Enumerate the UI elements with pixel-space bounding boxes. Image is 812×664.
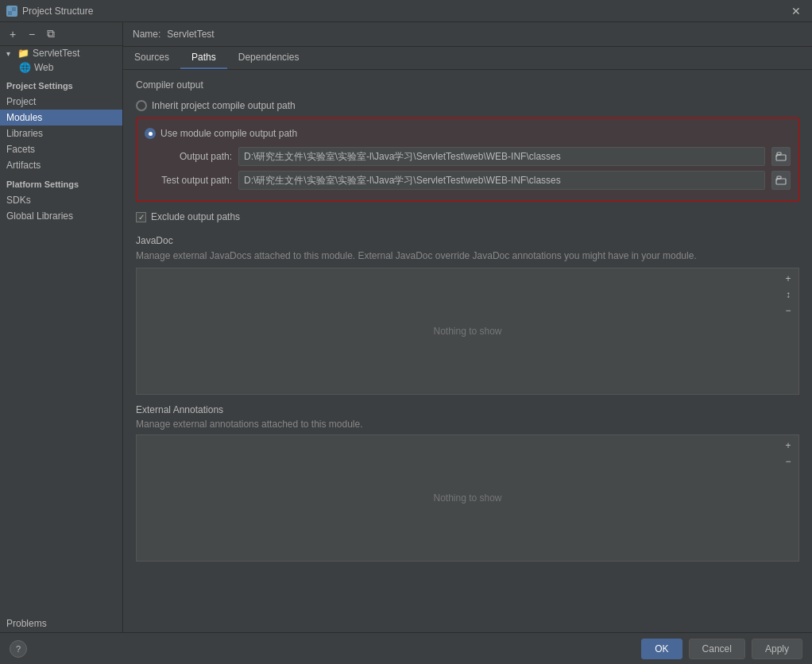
use-module-radio-row[interactable]: Use module compile output path — [145, 125, 791, 142]
compiler-output-title: Compiler output — [136, 79, 799, 91]
sidebar-item-problems[interactable]: Problems — [0, 615, 122, 632]
javadoc-description: Manage external JavaDocs attached to thi… — [136, 249, 799, 263]
javadoc-add-btn[interactable]: + — [781, 272, 795, 286]
svg-rect-5 — [777, 152, 781, 155]
apply-button[interactable]: Apply — [752, 639, 802, 659]
content-area: Name: ServletTest Sources Paths Dependen… — [123, 22, 812, 632]
javadoc-title: JavaDoc — [136, 235, 799, 246]
javadoc-nothing-label: Nothing to show — [433, 326, 501, 337]
exclude-checkbox-row[interactable]: ✓ Exclude output paths — [136, 208, 799, 226]
use-module-box: Use module compile output path Output pa… — [136, 118, 799, 202]
platform-settings-label: Platform Settings — [0, 173, 122, 192]
copy-button[interactable]: ⧉ — [43, 26, 59, 42]
svg-rect-4 — [776, 155, 786, 160]
ext-ann-description: Manage external annotations attached to … — [136, 419, 799, 430]
ext-ann-nothing-label: Nothing to show — [433, 492, 501, 504]
ext-ann-side-buttons: + − — [781, 438, 795, 469]
module-icon: 📁 — [17, 48, 29, 59]
sidebar-facets-label: Facets — [6, 144, 35, 155]
tab-dependencies[interactable]: Dependencies — [227, 47, 311, 69]
tabs-row: Sources Paths Dependencies — [123, 47, 812, 70]
ext-ann-panel: Nothing to show + − — [136, 434, 799, 562]
ext-ann-title: External Annotations — [136, 404, 799, 415]
sidebar-project-label: Project — [6, 96, 36, 107]
ext-ann-remove-btn[interactable]: − — [781, 454, 795, 469]
sidebar-modules-label: Modules — [6, 112, 42, 123]
svg-rect-6 — [776, 179, 786, 184]
output-path-browse[interactable] — [771, 147, 791, 166]
sidebar-item-artifacts[interactable]: Artifacts — [0, 157, 122, 173]
sidebar-item-global-libraries[interactable]: Global Libraries — [0, 208, 122, 224]
inherit-radio-label: Inherit project compile output path — [152, 100, 296, 111]
svg-rect-2 — [8, 11, 12, 15]
problems-label: Problems — [6, 618, 47, 629]
name-field-value: ServletTest — [167, 29, 214, 40]
sidebar-libraries-label: Libraries — [6, 128, 43, 139]
test-output-path-input[interactable] — [238, 171, 765, 190]
output-path-input[interactable] — [238, 147, 765, 166]
svg-rect-0 — [8, 7, 12, 11]
exclude-checkbox[interactable]: ✓ — [136, 212, 146, 222]
tree-root-item[interactable]: ▾ 📁 ServletTest — [0, 46, 122, 60]
javadoc-remove-btn[interactable]: − — [781, 303, 795, 318]
name-field-label: Name: — [133, 29, 160, 40]
tree-root-label: ServletTest — [33, 48, 79, 59]
sidebar-item-modules[interactable]: Modules — [0, 110, 122, 125]
sidebar-sdks-label: SDKs — [6, 195, 31, 206]
test-output-path-label: Test output path: — [145, 175, 232, 186]
sidebar-item-facets[interactable]: Facets — [0, 141, 122, 157]
remove-button[interactable]: − — [24, 26, 40, 42]
window-title: Project Structure — [22, 6, 93, 17]
sidebar-global-libraries-label: Global Libraries — [6, 210, 73, 222]
cancel-button[interactable]: Cancel — [689, 639, 745, 659]
javadoc-panel: Nothing to show + ↕ − — [136, 268, 799, 395]
close-button[interactable]: ✕ — [787, 2, 806, 21]
project-settings-label: Project Settings — [0, 75, 122, 94]
tab-paths[interactable]: Paths — [180, 47, 227, 69]
help-button[interactable]: ? — [10, 640, 27, 658]
bottom-bar: ? OK Cancel Apply — [0, 632, 812, 664]
sidebar: + − ⧉ ▾ 📁 ServletTest 🌐 Web Project Sett… — [0, 22, 123, 632]
sidebar-item-sdks[interactable]: SDKs — [0, 192, 122, 208]
svg-rect-7 — [777, 176, 781, 179]
svg-rect-1 — [12, 11, 16, 15]
use-module-radio[interactable] — [145, 128, 156, 139]
add-button[interactable]: + — [5, 26, 21, 42]
inherit-radio-row[interactable]: Inherit project compile output path — [136, 97, 799, 114]
name-row: Name: ServletTest — [123, 22, 812, 47]
tree-arrow: ▾ — [6, 49, 14, 58]
use-module-radio-label: Use module compile output path — [160, 128, 297, 139]
test-output-path-row: Test output path: — [145, 171, 791, 190]
svg-rect-3 — [12, 7, 16, 11]
paths-content: Compiler output Inherit project compile … — [123, 70, 812, 632]
javadoc-section: JavaDoc Manage external JavaDocs attache… — [136, 235, 799, 395]
sidebar-item-libraries[interactable]: Libraries — [0, 125, 122, 141]
ok-button[interactable]: OK — [641, 639, 682, 659]
exclude-checkbox-label: Exclude output paths — [151, 211, 240, 222]
window-icon — [6, 6, 17, 17]
inherit-radio[interactable] — [136, 100, 147, 111]
output-path-label: Output path: — [145, 151, 232, 162]
external-annotations-section: External Annotations Manage external ann… — [136, 404, 799, 562]
javadoc-move-btn[interactable]: ↕ — [781, 288, 795, 302]
sidebar-item-project[interactable]: Project — [0, 94, 122, 110]
tab-sources[interactable]: Sources — [123, 47, 180, 69]
title-bar: Project Structure ✕ — [0, 0, 812, 22]
tree-child-label: Web — [34, 62, 53, 73]
output-path-row: Output path: — [145, 147, 791, 166]
ext-ann-add-btn[interactable]: + — [781, 438, 795, 453]
sidebar-artifacts-label: Artifacts — [6, 160, 41, 171]
tree-child-item[interactable]: 🌐 Web — [0, 60, 122, 75]
test-output-path-browse[interactable] — [771, 171, 791, 190]
sidebar-toolbar: + − ⧉ — [0, 22, 122, 46]
javadoc-side-buttons: + ↕ − — [781, 272, 795, 318]
web-icon: 🌐 — [19, 62, 31, 73]
